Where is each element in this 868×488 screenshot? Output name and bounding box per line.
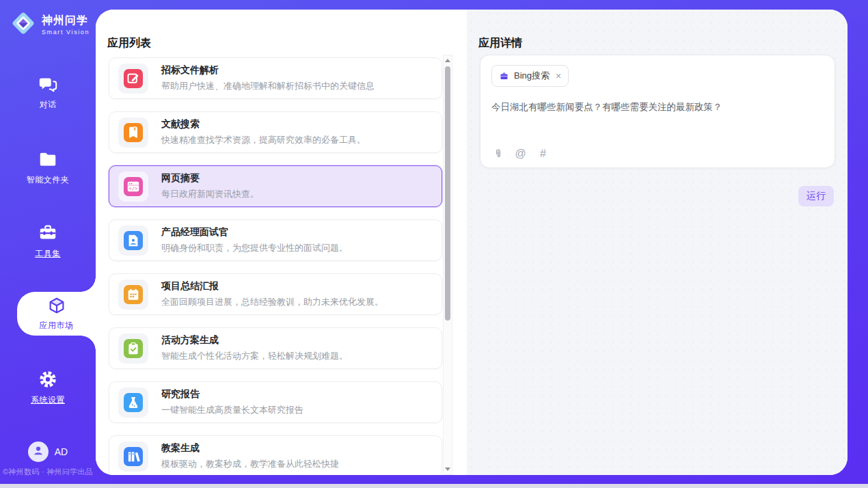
clipboard-check-icon (124, 339, 143, 358)
app-card[interactable]: 招标文件解析 帮助用户快速、准确地理解和解析招标书中的关键信息 (109, 57, 442, 99)
logo-subtitle: Smart Vision (42, 29, 90, 36)
sidebar-item-chat[interactable]: 对话 (0, 74, 96, 111)
query-text[interactable]: 今日湖北有哪些新闻要点？有哪些需要关注的最新政策？ (491, 100, 824, 114)
app-card-description: 智能生成个性化活动方案，轻松解决规划难题。 (161, 350, 348, 362)
app-card-description: 每日政府新闻资讯快查。 (161, 188, 259, 200)
interview-doc-icon (124, 231, 143, 250)
paperclip-icon[interactable] (492, 148, 504, 160)
app-card[interactable]: 教案生成 模板驱动，教案秒成，教学准备从此轻松快捷 (109, 435, 442, 475)
run-button[interactable]: 运行 (798, 186, 834, 206)
svg-text:</>: </> (129, 185, 137, 191)
logo-title: 神州问学 (42, 14, 90, 28)
app-card-title: 网页摘要 (161, 172, 259, 185)
app-icon-container (118, 280, 148, 310)
app-card[interactable]: 研究报告 一键智能生成高质量长文本研究报告 (109, 381, 442, 423)
sidebar: 神州问学 Smart Vision 对话 智能文件夹 工具集 应用市场 系统设置… (0, 0, 96, 484)
app-card[interactable]: </> 网页摘要 每日政府新闻资讯快查。 (109, 165, 442, 207)
query-card: Bing搜索 × 今日湖北有哪些新闻要点？有哪些需要关注的最新政策？ @# (480, 55, 835, 168)
books-icon (124, 447, 143, 466)
bottom-strip (0, 484, 868, 488)
app-card-title: 项目总结汇报 (161, 280, 383, 293)
sidebar-item-label: 工具集 (35, 248, 61, 260)
app-list: 招标文件解析 帮助用户快速、准确地理解和解析招标书中的关键信息 文献搜索 快速精… (109, 57, 442, 475)
scrollbar[interactable] (443, 55, 452, 475)
book-icon (124, 123, 143, 142)
sidebar-item-smart-folder[interactable]: 智能文件夹 (0, 149, 96, 186)
edit-doc-icon (124, 69, 143, 88)
app-card[interactable]: 活动方案生成 智能生成个性化活动方案，轻松解决规划难题。 (109, 327, 442, 369)
app-card[interactable]: 项目总结汇报 全面回顾项目进展，总结经验教训，助力未来优化发展。 (109, 273, 442, 315)
app-icon-container (118, 64, 148, 94)
app-detail-panel: 应用详情 Bing搜索 × 今日湖北有哪些新闻要点？有哪些需要关注的最新政策？ … (467, 10, 847, 475)
app-list-title: 应用列表 (107, 36, 151, 51)
app-card-title: 活动方案生成 (161, 334, 348, 347)
hash-icon[interactable]: # (537, 148, 549, 160)
toolbox-icon (38, 223, 58, 243)
calendar-icon (124, 285, 143, 304)
sidebar-item-settings[interactable]: 系统设置 (0, 369, 96, 406)
input-toolbar: @# (492, 148, 549, 160)
close-icon[interactable]: × (556, 71, 561, 81)
user-initials: AD (55, 446, 68, 457)
main-content: 应用列表 招标文件解析 帮助用户快速、准确地理解和解析招标书中的关键信息 文献搜… (96, 10, 847, 475)
sidebar-item-toolset[interactable]: 工具集 (0, 223, 96, 260)
scroll-down-icon[interactable] (445, 467, 450, 471)
sidebar-item-label: 系统设置 (31, 394, 65, 406)
avatar (28, 442, 49, 462)
app-card-title: 产品经理面试官 (161, 226, 348, 239)
sidebar-item-label: 对话 (40, 99, 57, 111)
app-card-description: 明确身份和职责，为您提供专业性的面试问题。 (161, 242, 348, 254)
flask-icon (124, 393, 143, 412)
sidebar-item-label: 应用市场 (40, 320, 74, 331)
app-card-description: 一键智能生成高质量长文本研究报告 (161, 404, 303, 416)
cube-icon (46, 296, 67, 316)
sidebar-item-app-market[interactable]: 应用市场 (17, 292, 96, 336)
app-icon-container: </> (118, 172, 148, 202)
web-code-icon: </> (124, 177, 143, 196)
app-icon-container (118, 118, 148, 148)
app-card-title: 教案生成 (161, 442, 339, 455)
copyright-footer: ©神州数码 · 神州问学出品 (0, 467, 96, 477)
scrollbar-thumb[interactable] (445, 66, 450, 321)
app-icon-container (118, 334, 148, 364)
scroll-up-icon[interactable] (445, 59, 450, 62)
app-card-title: 研究报告 (161, 388, 303, 401)
chat-icon (38, 74, 58, 94)
diamond-logo-icon (10, 10, 37, 40)
user-account[interactable]: AD (0, 442, 96, 462)
app-card-description: 快速精准查找学术资源，提高研究效率的必备工具。 (161, 134, 366, 146)
briefcase-icon (499, 71, 509, 81)
gear-icon (38, 369, 58, 390)
avatar-icon (31, 444, 45, 460)
at-icon[interactable]: @ (515, 148, 526, 160)
app-detail-title: 应用详情 (478, 36, 522, 51)
sidebar-item-label: 智能文件夹 (27, 174, 70, 186)
tool-chip-label: Bing搜索 (514, 70, 550, 82)
app-card[interactable]: 产品经理面试官 明确身份和职责，为您提供专业性的面试问题。 (109, 219, 442, 261)
app-card[interactable]: 文献搜索 快速精准查找学术资源，提高研究效率的必备工具。 (109, 111, 442, 153)
app-icon-container (118, 226, 148, 256)
app-logo: 神州问学 Smart Vision (10, 10, 90, 40)
app-icon-container (118, 442, 148, 472)
app-list-panel: 应用列表 招标文件解析 帮助用户快速、准确地理解和解析招标书中的关键信息 文献搜… (96, 10, 467, 475)
app-card-title: 文献搜索 (161, 118, 366, 131)
folder-icon (38, 149, 58, 170)
app-card-description: 模板驱动，教案秒成，教学准备从此轻松快捷 (161, 458, 339, 470)
app-card-description: 全面回顾项目进展，总结经验教训，助力未来优化发展。 (161, 296, 383, 308)
app-card-description: 帮助用户快速、准确地理解和解析招标书中的关键信息 (161, 80, 375, 92)
app-card-title: 招标文件解析 (161, 64, 375, 77)
app-icon-container (118, 388, 148, 418)
tool-chip-bing-search[interactable]: Bing搜索 × (491, 65, 569, 87)
